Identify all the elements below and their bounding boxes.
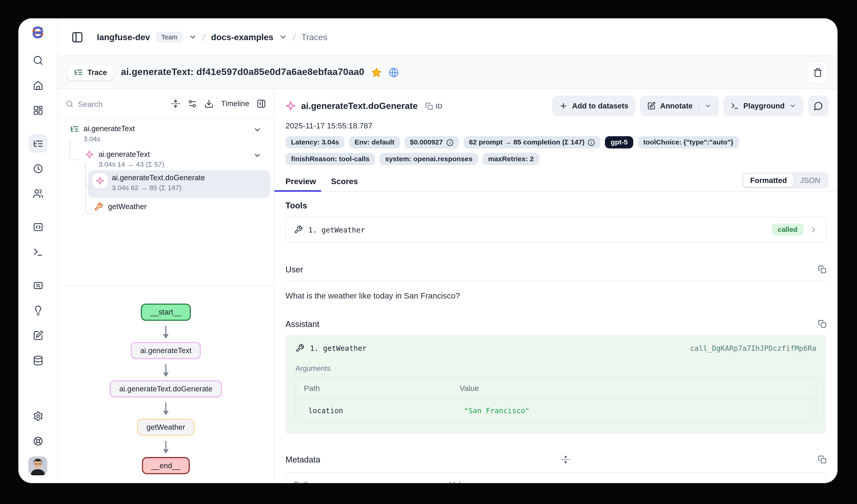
- sidebar-item-playground[interactable]: [29, 242, 47, 261]
- comments-button[interactable]: [808, 95, 829, 116]
- org-switcher-button[interactable]: [279, 33, 287, 41]
- star-icon: [371, 67, 382, 77]
- project-switcher-button[interactable]: [189, 33, 197, 41]
- collapse-chevron[interactable]: [253, 151, 262, 160]
- tree-row-tool[interactable]: getWeather: [58, 201, 269, 212]
- chevron-down-icon[interactable]: [704, 102, 712, 110]
- generation-sparkle-icon: [85, 150, 94, 159]
- cost-badge[interactable]: $0.000927: [404, 136, 459, 149]
- tokens-badge[interactable]: 62 prompt → 85 completion (Σ 147): [464, 136, 601, 149]
- observation-title: ai.generateText.doGenerate: [301, 101, 418, 111]
- chevron-down-icon: [789, 102, 796, 110]
- arguments-label: Arguments: [296, 364, 817, 372]
- breadcrumb-separator: /: [292, 31, 297, 43]
- gear-icon: [33, 411, 43, 421]
- home-icon: [33, 80, 43, 90]
- breadcrumb-org[interactable]: docs-examples: [211, 32, 273, 42]
- tool-call-name: 1. getWeather: [310, 344, 367, 352]
- wrench-icon: [296, 344, 305, 352]
- tree-row-root[interactable]: ai.generateText 3.04s: [58, 123, 269, 144]
- sidebar-item-home[interactable]: [29, 76, 47, 94]
- sidebar-item-tracing[interactable]: [29, 134, 47, 153]
- sidebar: [18, 18, 58, 483]
- tab-preview[interactable]: Preview: [286, 177, 316, 191]
- copy-assistant-button[interactable]: [818, 320, 826, 328]
- model-badge[interactable]: gpt-5: [605, 136, 633, 149]
- graph-column: __start__ ai.generateText ai.generateTex…: [58, 303, 274, 474]
- sidebar-item-support[interactable]: [29, 432, 47, 450]
- system-badge: system: openai.responses: [380, 153, 478, 165]
- content-row: Timeline ai.generateText: [58, 89, 838, 483]
- tree-row-label: ai.generateText: [99, 149, 164, 160]
- graph-node-end[interactable]: __end__: [142, 457, 190, 474]
- download-button[interactable]: [204, 99, 214, 108]
- breadcrumb-project[interactable]: langfuse-dev: [97, 32, 150, 42]
- sidebar-item-prompts[interactable]: [29, 218, 47, 236]
- trace-pill-label: Trace: [87, 68, 107, 76]
- user-heading: User: [286, 265, 303, 274]
- toggle-sidebar-button[interactable]: [71, 31, 83, 43]
- format-formatted[interactable]: Formatted: [743, 174, 793, 187]
- assistant-heading: Assistant: [286, 319, 319, 329]
- annotate-button[interactable]: Annotate: [640, 95, 719, 116]
- copy-icon: [818, 265, 826, 274]
- chevron-right-icon[interactable]: [809, 225, 818, 234]
- graph-node-dogenerate[interactable]: ai.generateText.doGenerate: [110, 380, 222, 397]
- chevron-down-icon: [253, 126, 262, 134]
- format-json[interactable]: JSON: [794, 174, 827, 187]
- latency-badge: Latency: 3.04s: [286, 136, 345, 149]
- copy-metadata-button[interactable]: [818, 455, 826, 464]
- tree-settings-button[interactable]: [188, 99, 197, 108]
- sidebar-item-settings[interactable]: [29, 406, 47, 425]
- tree-row-generation[interactable]: ai.generateText 3.04s 14 → 43 (Σ 57): [58, 149, 269, 170]
- terminal-icon: [730, 102, 739, 110]
- tree-row-selected[interactable]: ai.generateText.doGenerate 3.04s 62 → 85…: [58, 172, 269, 193]
- user-avatar[interactable]: [29, 456, 47, 475]
- tab-scores[interactable]: Scores: [331, 177, 358, 191]
- sidebar-item-sessions[interactable]: [29, 159, 47, 178]
- expand-metadata-button[interactable]: [561, 455, 570, 464]
- playground-button[interactable]: Playground: [723, 95, 804, 116]
- chevron-down-icon: [279, 33, 287, 41]
- bookmark-star-button[interactable]: [371, 67, 382, 77]
- timeline-toggle[interactable]: Timeline: [221, 100, 249, 108]
- copy-user-button[interactable]: [818, 265, 826, 274]
- public-share-button[interactable]: [388, 67, 399, 77]
- percent-card-icon: [33, 280, 43, 291]
- graph-node-start[interactable]: __start__: [141, 303, 191, 321]
- sidebar-item-annotation[interactable]: [29, 326, 47, 345]
- search-input[interactable]: [78, 99, 164, 108]
- trace-type-pill[interactable]: Trace: [67, 64, 114, 81]
- tree-toolbar: Timeline: [58, 89, 274, 119]
- annotate-label: Annotate: [660, 102, 693, 110]
- graph-node-getweather[interactable]: getWeather: [137, 419, 195, 436]
- breadcrumb-page[interactable]: Traces: [301, 32, 327, 42]
- copy-icon: [425, 102, 433, 110]
- sidebar-item-evaluators[interactable]: [29, 301, 47, 320]
- collapse-chevron[interactable]: [253, 126, 262, 134]
- format-toggle: Formatted JSON: [742, 172, 828, 189]
- tool-definition-row[interactable]: 1. getWeather called: [286, 217, 826, 243]
- graph-node-generatetext[interactable]: ai.generateText: [131, 342, 201, 359]
- info-icon: [588, 139, 595, 146]
- sidebar-item-search[interactable]: [29, 51, 47, 69]
- add-to-datasets-button[interactable]: Add to datasets: [552, 95, 636, 116]
- id-label: ID: [435, 102, 442, 110]
- sidebar-item-datasets[interactable]: [29, 351, 47, 370]
- assistant-tool-call-panel: 1. getWeather call_DgKARp7a7IhJPDczfifMp…: [286, 335, 826, 434]
- copy-id-button[interactable]: ID: [425, 102, 442, 110]
- panel-collapse-icon: [257, 99, 266, 108]
- collapse-panel-button[interactable]: [257, 99, 266, 108]
- copy-icon: [818, 455, 826, 464]
- tree-row-meta: 3.04s: [84, 134, 135, 144]
- sidebar-item-dashboards[interactable]: [29, 101, 47, 120]
- graph-arrow: [165, 441, 166, 452]
- sidebar-item-scores[interactable]: [29, 276, 47, 295]
- delete-trace-button[interactable]: [806, 61, 828, 84]
- agent-graph: __start__ ai.generateText ai.generateTex…: [58, 285, 274, 483]
- trace-tree-panel: Timeline ai.generateText: [58, 89, 274, 483]
- collapse-all-button[interactable]: [171, 99, 181, 108]
- sidebar-item-users[interactable]: [29, 184, 47, 203]
- square-pen-icon: [33, 330, 43, 341]
- column-value: Value: [460, 384, 808, 393]
